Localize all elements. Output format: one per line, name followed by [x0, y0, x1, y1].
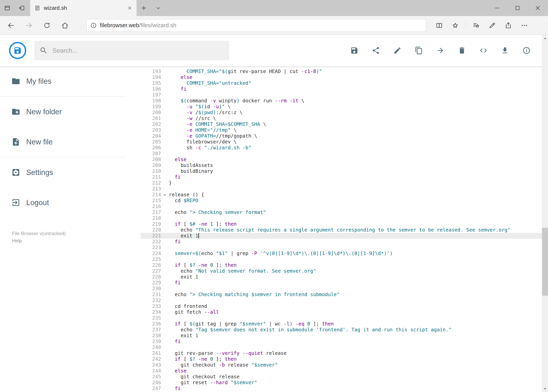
share-page-button[interactable] — [500, 18, 516, 33]
code-line[interactable]: 232 — [141, 297, 548, 303]
refresh-button[interactable] — [38, 18, 56, 33]
reading-view-button[interactable] — [431, 18, 447, 33]
code-line[interactable]: 196 fi — [141, 86, 548, 92]
code-line[interactable]: 195 COMMIT_SHA="untracked" — [141, 80, 548, 86]
code-line[interactable]: 238 exit 1 — [141, 333, 548, 339]
code-button[interactable] — [479, 46, 488, 55]
code-line[interactable]: 221 exit 1 — [141, 233, 548, 239]
code-line[interactable]: 233 cd frontend — [141, 303, 548, 309]
search-box[interactable] — [35, 41, 229, 60]
sidebar-item-new-file[interactable]: New file — [0, 127, 126, 157]
code-line[interactable]: 231 echo "> Checking matching $semver in… — [141, 292, 548, 297]
code-line[interactable]: 206 sh -c "./wizard.sh -b" — [141, 145, 548, 151]
code-line[interactable]: 205 filebrowser/dev \ — [141, 139, 548, 145]
delete-button[interactable] — [458, 46, 466, 55]
code-line[interactable]: 219 if [ $# -ne 1 ]; then — [141, 221, 548, 227]
sidebar-item-logout[interactable]: Logout — [0, 188, 126, 218]
code-line[interactable]: 210 buildBinary — [141, 168, 548, 174]
set-tabs-aside-button[interactable] — [14, 0, 29, 16]
browser-tab[interactable]: wizard.sh — [30, 0, 137, 16]
code-line[interactable]: 245 git checkout release — [141, 374, 548, 380]
code-line[interactable]: 213 — [141, 186, 548, 192]
code-line[interactable]: 240 — [141, 344, 548, 350]
sidebar-item-my-files[interactable]: My files — [0, 66, 126, 96]
code-line[interactable]: 198 $(command -v winpty) docker run --rm… — [141, 98, 548, 104]
home-button[interactable] — [56, 18, 74, 33]
code-line[interactable]: 212} — [141, 180, 548, 186]
info-button[interactable] — [522, 46, 531, 55]
code-line[interactable]: 223 — [141, 245, 548, 251]
code-line[interactable]: 226 if [ $? -ne 0 ]; then — [141, 262, 548, 268]
code-line[interactable]: 215 cd $REPO — [141, 198, 548, 203]
code-line[interactable]: 243 git checkout -b release "$semver" — [141, 362, 548, 368]
download-button[interactable] — [501, 46, 509, 55]
page-scrollbar[interactable] — [542, 35, 548, 392]
scroll-thumb[interactable] — [542, 228, 548, 296]
fold-arrow-icon[interactable]: ▾ — [161, 192, 169, 198]
code-line[interactable]: 228 exit 1 — [141, 274, 548, 280]
code-line[interactable]: 242 if [ $? -ne 0 ]; then — [141, 356, 548, 362]
code-line[interactable]: 218 — [141, 215, 548, 221]
site-info-icon[interactable] — [90, 22, 97, 29]
tab-close-icon[interactable] — [127, 6, 132, 11]
code-line[interactable]: 193 COMMIT_SHA="$(git rev-parse HEAD | c… — [141, 69, 548, 74]
code-line[interactable]: 244 else — [141, 368, 548, 374]
code-editor[interactable]: 193 COMMIT_SHA="$(git rev-parse HEAD | c… — [126, 66, 548, 392]
add-favorite-button[interactable] — [447, 18, 463, 33]
code-line[interactable]: 217 echo "> Checking semver format" — [141, 210, 548, 215]
code-line[interactable]: 246 git reset --hard "$semver" — [141, 380, 548, 385]
code-line[interactable]: 197 — [141, 92, 548, 98]
code-line[interactable]: 194 else — [141, 74, 548, 80]
code-line[interactable]: 229 fi — [141, 280, 548, 286]
code-line[interactable]: 225 — [141, 256, 548, 262]
annotate-button[interactable] — [484, 18, 500, 33]
code-line[interactable]: 202 -e COMMIT_SHA=$COMMIT_SHA \ — [141, 121, 548, 127]
tabs-set-aside-button[interactable] — [0, 0, 14, 16]
code-line[interactable]: 201 -w //src \ — [141, 115, 548, 121]
copy-button[interactable] — [415, 46, 423, 55]
code-line[interactable]: 200 -v /$(pwd):/src:z \ — [141, 110, 548, 115]
help-link[interactable]: Help — [12, 237, 126, 244]
sidebar-item-new-folder[interactable]: New folder — [0, 97, 126, 127]
address-bar[interactable]: filebrowser.web/files/wizard.sh — [86, 19, 426, 32]
rename-button[interactable] — [393, 46, 402, 55]
code-line[interactable]: 234 git fetch --all — [141, 309, 548, 315]
code-line[interactable]: 236 if [ $(git tag | grep "$semver" | wc… — [141, 321, 548, 327]
code-line[interactable]: 230 — [141, 286, 548, 292]
share-button[interactable] — [372, 46, 380, 55]
code-line[interactable]: 220 echo "This release script requires a… — [141, 227, 548, 233]
code-line[interactable]: 209 buildAssets — [141, 162, 548, 168]
more-button[interactable] — [516, 18, 532, 33]
code-line[interactable]: 208 else — [141, 157, 548, 162]
maximize-button[interactable] — [507, 0, 528, 16]
move-button[interactable] — [436, 46, 445, 55]
code-line[interactable]: 214▾release () { — [141, 192, 548, 198]
save-button[interactable] — [350, 46, 359, 55]
back-button[interactable] — [2, 18, 20, 33]
app-logo[interactable] — [9, 42, 26, 59]
forward-button[interactable] — [20, 18, 38, 33]
code-line[interactable]: 235 — [141, 315, 548, 321]
code-line[interactable]: 211 fi — [141, 174, 548, 180]
sidebar-item-settings[interactable]: Settings — [0, 157, 126, 188]
code-line[interactable]: 241 git rev-parse --verify --quiet relea… — [141, 350, 548, 356]
code-line[interactable]: 204 -e GOPATH=//tmp/gopath \ — [141, 133, 548, 139]
code-line[interactable]: 247 fi — [141, 385, 548, 392]
hub-button[interactable] — [468, 18, 484, 33]
code-line[interactable]: 222 fi — [141, 239, 548, 245]
code-line[interactable]: 216 — [141, 203, 548, 210]
search-input[interactable] — [52, 47, 224, 54]
minimize-button[interactable] — [487, 0, 507, 16]
code-line[interactable]: 239 fi — [141, 339, 548, 344]
code-line[interactable]: 199 -u "$(id -u)" \ — [141, 104, 548, 110]
tab-list-button[interactable] — [151, 0, 166, 16]
code-line[interactable]: 224 semver=$(echo "$1" | grep -P '^v(0|[… — [141, 251, 548, 256]
new-tab-button[interactable] — [137, 0, 151, 16]
scroll-down-button[interactable] — [542, 385, 548, 392]
scroll-up-button[interactable] — [542, 35, 548, 42]
code-line[interactable]: 207 — [141, 151, 548, 157]
close-button[interactable] — [528, 0, 548, 16]
code-line[interactable]: 227 echo "Not valid semver format. See s… — [141, 268, 548, 274]
code-line[interactable]: 237 echo "Tag $semver does not exist in … — [141, 327, 548, 333]
code-line[interactable]: 203 -e HOME="//tmp" \ — [141, 127, 548, 133]
